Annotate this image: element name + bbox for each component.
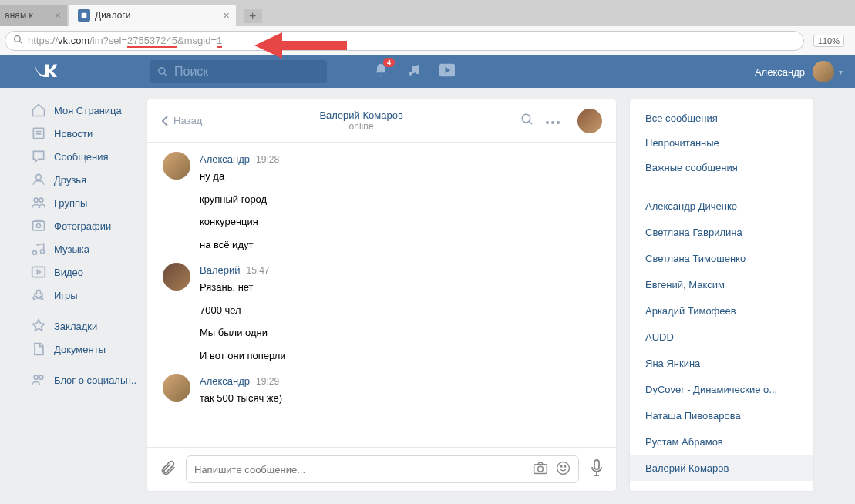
sidebar-item[interactable]: Игры [31,284,146,307]
url-input[interactable]: https://vk.com/im?sel=275537245&msgid=1 [5,31,804,51]
svg-point-23 [34,375,38,379]
dialog-item[interactable]: Светлана Тимошенко [630,245,813,271]
search-icon[interactable] [520,113,534,129]
nav-icon [31,341,46,357]
dialog-item[interactable]: Александр Диченко [630,193,813,219]
chat-panel: Назад Валерий Комаров online Александр19… [146,99,617,492]
dialog-item[interactable]: Аркадий Тимофеев [630,297,813,324]
dialog-item[interactable]: Яна Янкина [630,350,813,376]
sidebar-item[interactable]: Закладки [31,314,146,338]
sidebar-item[interactable]: Моя Страница [31,99,146,122]
message-author[interactable]: Валерий [200,264,240,276]
svg-rect-17 [33,221,45,230]
svg-point-19 [33,251,37,255]
avatar [813,61,834,82]
sidebar-item[interactable]: Сообщения [31,145,146,168]
nav-label: Новости [54,128,93,139]
new-tab-button[interactable]: + [244,9,262,23]
search-input[interactable]: Поиск [150,60,327,83]
message-text: так 500 тысяч же) [200,391,601,406]
sidebar-item[interactable]: Новости [31,122,146,145]
browser-tab-bar: анам к × Диалоги × + [0,0,855,26]
message-input[interactable] [194,464,533,475]
dialog-item[interactable]: Валерий Комаров [630,455,813,481]
vk-favicon [78,9,90,22]
message-author[interactable]: Александр [200,153,250,165]
svg-marker-22 [37,270,40,274]
microphone-icon[interactable] [590,459,604,479]
dialog-item[interactable]: Евгений, Максим [630,271,813,297]
nav-icon [31,241,46,257]
svg-point-27 [546,121,549,124]
dialog-item[interactable]: Наташа Пивоварова [630,402,813,428]
message-text: крупный город [200,192,601,207]
vk-logo[interactable] [34,63,57,80]
tab-title: Диалоги [95,10,130,21]
camera-icon[interactable] [533,461,548,479]
nav-label: Музыка [54,244,89,255]
svg-point-20 [41,250,45,254]
message-author[interactable]: Александр [200,375,250,387]
dialog-item[interactable]: Рустам Абрамов [630,428,813,455]
svg-point-1 [15,35,21,42]
avatar[interactable] [163,374,190,402]
filter-item[interactable]: Важные сообщения [630,155,813,180]
attach-icon[interactable] [160,459,177,479]
message-list[interactable]: Александр19:28ну дакрупный городконкурен… [147,143,616,447]
tab-title: анам к [5,10,33,21]
chat-input-row [147,447,616,491]
sidebar-item[interactable]: Музыка [31,237,146,260]
svg-point-32 [557,462,570,474]
nav-label: Игры [54,290,78,301]
contact-status: online [202,121,520,132]
sidebar-item[interactable]: Блог о социальн.. [31,368,146,391]
filter-item[interactable]: Непрочитанные [630,130,813,155]
nav-icon [31,287,46,303]
user-menu[interactable]: Александр ▾ [755,61,843,82]
message-block: Валерий15:47Рязань, нет7000 челМы были о… [163,263,601,363]
avatar[interactable] [163,263,190,291]
svg-rect-3 [278,41,347,50]
more-icon[interactable] [545,114,560,128]
video-play-icon[interactable] [439,63,455,80]
left-sidebar: Моя СтраницаНовостиСообщенияДрузьяГруппы… [0,99,146,492]
svg-point-31 [538,466,544,472]
dialogs-panel: Все сообщенияНепрочитанныеВажные сообщен… [629,99,814,492]
sidebar-item[interactable]: Друзья [31,168,146,191]
browser-tab-inactive[interactable]: анам к × [0,5,67,26]
svg-point-34 [564,465,566,467]
dialog-item[interactable]: Светлана Гаврилина [630,219,813,245]
zoom-indicator[interactable]: 110% [813,35,844,47]
message-block: Александр19:29так 500 тысяч же) [163,374,601,406]
message-block: Александр19:28ну дакрупный городконкурен… [163,152,601,252]
close-icon[interactable]: × [223,9,229,22]
svg-point-18 [37,224,41,228]
nav-icon [31,264,46,280]
message-text: Рязань, нет [200,280,601,295]
nav-label: Группы [54,197,87,209]
nav-label: Моя Страница [54,105,122,116]
nav-icon [31,172,46,187]
chat-title: Валерий Комаров online [202,109,520,132]
music-icon[interactable] [407,63,421,80]
contact-avatar[interactable] [577,109,602,133]
filter-item[interactable]: Все сообщения [630,106,813,130]
emoji-icon[interactable] [556,461,571,479]
nav-label: Закладки [54,321,97,332]
dialog-item[interactable]: DyCover - Динамические о... [630,376,813,402]
sidebar-item[interactable]: Видео [31,260,146,284]
nav-icon [31,126,46,141]
sidebar-item[interactable]: Фотографии [31,214,146,237]
back-button[interactable]: Назад [161,115,202,127]
nav-icon [31,102,46,118]
avatar[interactable] [163,152,190,180]
browser-tab-active[interactable]: Диалоги × [69,5,236,26]
notifications-icon[interactable]: 4 [373,62,389,81]
sidebar-item[interactable]: Документы [31,338,146,361]
dialog-item[interactable]: AUDD [630,324,813,350]
nav-icon [31,218,46,234]
close-icon[interactable]: × [55,9,61,22]
nav-label: Документы [54,344,106,355]
contact-name[interactable]: Валерий Комаров [202,109,520,121]
sidebar-item[interactable]: Группы [31,191,146,214]
